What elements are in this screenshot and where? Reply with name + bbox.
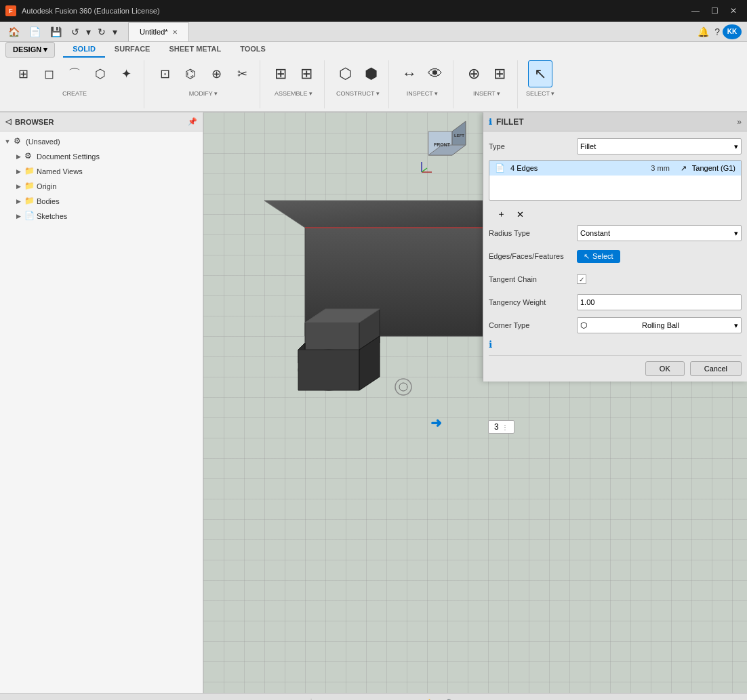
type-select[interactable]: Fillet ▾ <box>577 138 742 155</box>
paint-select-icon[interactable]: ⊕ <box>368 697 382 701</box>
svg-text:LEFT: LEFT <box>454 133 464 138</box>
select-btn-toolbar[interactable]: ↖ <box>528 60 552 87</box>
toggle-sketches[interactable]: ▶ <box>14 211 23 221</box>
nav-play-icon[interactable]: ▶ <box>256 697 268 701</box>
viewcube[interactable]: FRONT LEFT <box>415 118 476 179</box>
toggle-named-views[interactable]: ▶ <box>14 167 23 176</box>
save-icon[interactable]: 💾 <box>47 25 64 39</box>
select-edges-button[interactable]: ↖ Select <box>577 250 620 263</box>
undo-button[interactable]: ↺ <box>68 25 82 39</box>
tree-item-bodies[interactable]: ▶ 📁 Bodies <box>0 194 203 209</box>
maximize-button[interactable]: ☐ <box>706 4 723 18</box>
fit-view-icon[interactable]: ⊡ <box>463 697 477 701</box>
new-tab-icon[interactable]: 🏠 <box>5 25 22 39</box>
help-icon[interactable]: ? <box>712 25 723 39</box>
close-button[interactable]: ✕ <box>725 4 742 18</box>
undo-dropdown[interactable]: ▾ <box>83 25 94 39</box>
tree-item-named-views[interactable]: ▶ 📁 Named Views <box>0 164 203 179</box>
fillet-expand-icon[interactable]: » <box>737 117 742 127</box>
tab-surface[interactable]: SURFACE <box>105 42 160 58</box>
window-select-icon[interactable]: ⊞ <box>333 697 346 701</box>
tab-label: Untitled* <box>140 28 168 36</box>
fillet-btn[interactable]: ⊡ <box>153 60 177 87</box>
user-avatar[interactable]: KK <box>723 24 742 39</box>
nav-last-icon[interactable]: ⏭ <box>291 697 306 701</box>
assemble-label: ASSEMBLE ▾ <box>275 90 312 97</box>
icon-bodies: 📁 <box>24 196 35 207</box>
3d-viewport[interactable]: ➜ 3 ⋮ FRONT LEFT <box>203 112 747 693</box>
tab-tools[interactable]: TOOLS <box>230 42 275 58</box>
zoom-icon[interactable]: 🔍 <box>442 697 459 701</box>
joint-btn[interactable]: ⊞ <box>268 60 293 87</box>
edge-row-item[interactable]: 📄 4 Edges 3 mm ↗ Tangent (G1) <box>489 161 741 176</box>
corner-type-select[interactable]: ⬡ Rolling Ball ▾ <box>577 317 742 333</box>
remove-edge-button[interactable]: ✕ <box>513 207 527 221</box>
toggle-doc-settings[interactable]: ▶ <box>14 152 23 161</box>
redo-button[interactable]: ↻ <box>95 25 108 39</box>
offset-plane-btn[interactable]: ⬡ <box>333 60 357 87</box>
nav-next-icon[interactable]: ▶| <box>272 697 288 701</box>
nav-first-icon[interactable]: ⏮ <box>220 697 235 701</box>
shell-btn[interactable]: ⊕ <box>204 60 228 87</box>
freeform-select-icon[interactable]: ⊜ <box>350 697 364 701</box>
files-icon[interactable]: 📄 <box>26 25 43 39</box>
cursor-icon: ↖ <box>584 252 590 261</box>
loft-btn[interactable]: ✦ <box>114 60 138 87</box>
tree-eye-icon[interactable]: 👁 <box>186 138 193 146</box>
tree-item-document-settings[interactable]: ▶ ⚙ Document Settings <box>0 149 203 164</box>
notification-icon[interactable]: 🔔 <box>695 25 712 39</box>
tangent-chain-checkbox[interactable]: ✓ <box>577 274 586 284</box>
chamfer-btn[interactable]: ⌬ <box>178 60 203 87</box>
grid-icon[interactable]: ⊞ <box>499 697 512 701</box>
display-settings-btn[interactable]: 👁 <box>423 60 447 87</box>
create-new-component-btn[interactable]: ⊞ <box>11 60 35 87</box>
extrude-btn[interactable]: ◻ <box>37 60 61 87</box>
select-mode-icon[interactable]: ⊡ <box>315 697 329 701</box>
midplane-btn[interactable]: ⬢ <box>359 60 383 87</box>
browser-back-icon[interactable]: ◁ <box>5 117 11 126</box>
inline-value-expand[interactable]: ⋮ <box>502 424 508 431</box>
radius-type-row: Radius Type Constant ▾ <box>489 224 742 243</box>
combine-btn[interactable]: ✂ <box>230 60 254 87</box>
tangency-weight-input[interactable]: 1.00 <box>577 294 742 310</box>
tree-item-sketches[interactable]: ▶ 📄 Sketches <box>0 209 203 224</box>
insert-mesh-btn[interactable]: ⊕ <box>462 60 486 87</box>
add-edge-button[interactable]: ＋ <box>494 207 508 221</box>
minimize-button[interactable]: — <box>687 4 704 18</box>
toggle-bodies[interactable]: ▶ <box>14 197 23 206</box>
sweep-btn[interactable]: ⬡ <box>88 60 113 87</box>
document-tab[interactable]: Untitled* ✕ <box>128 22 189 41</box>
ok-button[interactable]: OK <box>645 361 685 376</box>
redo-dropdown[interactable]: ▾ <box>110 25 120 39</box>
window-controls[interactable]: — ☐ ✕ <box>687 4 742 18</box>
tree-item-root[interactable]: ▼ ⚙ (Unsaved) 👁 ⚙ <box>0 134 203 149</box>
edge-file-icon: 📄 <box>495 163 505 173</box>
design-dropdown-button[interactable]: DESIGN ▾ <box>5 42 55 58</box>
tree-settings-icon[interactable]: ⚙ <box>194 138 200 146</box>
as-built-joint-btn[interactable]: ⊞ <box>294 60 319 87</box>
tree-item-origin[interactable]: ▶ 📁 Origin <box>0 179 203 194</box>
label-named-views: Named Views <box>37 167 200 176</box>
orbit-icon[interactable]: ↺ <box>403 697 417 701</box>
insert-svg-btn[interactable]: ⊞ <box>487 60 512 87</box>
type-row: Type Fillet ▾ <box>489 137 742 156</box>
measure-btn[interactable]: ↔ <box>397 60 422 87</box>
tab-close-icon[interactable]: ✕ <box>172 28 178 36</box>
revolve-btn[interactable]: ⌒ <box>62 60 87 87</box>
inline-value-bubble[interactable]: 3 ⋮ <box>488 420 514 434</box>
pan-icon[interactable]: ✋ <box>421 697 438 701</box>
settings-icon[interactable]: ≡ <box>517 697 527 701</box>
nav-prev-icon[interactable]: ◀ <box>239 697 251 701</box>
tab-solid[interactable]: SOLID <box>63 42 105 58</box>
tab-sheet-metal[interactable]: SHEET METAL <box>159 42 230 58</box>
radius-type-select[interactable]: Constant ▾ <box>577 225 742 241</box>
edge-add-remove-controls: ＋ ✕ <box>489 205 742 224</box>
display-mode-icon[interactable]: ◫ <box>481 697 495 701</box>
tree-toggle-root[interactable]: ▼ <box>3 137 12 146</box>
toggle-origin[interactable]: ▶ <box>14 182 23 191</box>
edge-continuity-icon: ↗ <box>681 164 687 173</box>
browser-pin-icon[interactable]: 📌 <box>188 117 197 126</box>
cancel-button[interactable]: Cancel <box>690 361 742 376</box>
lasso-select-icon[interactable]: ⊗ <box>386 697 399 701</box>
app-logo: F <box>5 5 16 16</box>
